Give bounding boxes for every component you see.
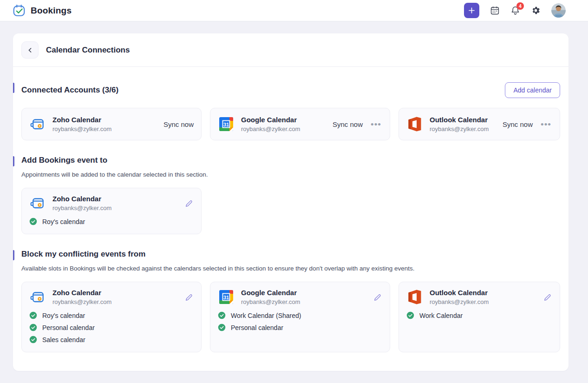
edit-button[interactable]: [542, 292, 552, 302]
account-email: roybanks@zylker.com: [430, 298, 489, 305]
calendar-item: Roy's calendar: [29, 218, 194, 225]
account-card-google: 31 Google Calendar roybanks@zylker.com S…: [210, 108, 390, 140]
edit-button[interactable]: [184, 198, 194, 208]
block-card-google: 31 Google Calendar roybanks@zylker.com: [210, 282, 390, 352]
add-event-description: Appointments will be added to the calend…: [21, 171, 560, 178]
account-email: roybanks@zylker.com: [52, 125, 111, 132]
calendar-name: Sales calendar: [42, 336, 85, 343]
zoho-calendar-icon: [29, 289, 46, 305]
outlook-calendar-icon: [406, 289, 423, 305]
edit-button[interactable]: [372, 292, 382, 302]
brand: Bookings: [12, 4, 72, 18]
provider-name: Google Calendar: [241, 289, 300, 297]
provider-name: Google Calendar: [241, 116, 300, 124]
calendar-nav-button[interactable]: [490, 6, 500, 15]
calendar-name: Work Calendar (Shared): [231, 312, 301, 319]
pencil-icon: [185, 199, 193, 207]
calendar-icon: [490, 6, 500, 15]
account-card-zoho: Zoho Calendar roybanks@zylker.com Sync n…: [21, 108, 202, 140]
sync-now-button[interactable]: Sync now: [503, 120, 533, 128]
ellipsis-icon: •••: [371, 119, 381, 129]
back-button[interactable]: [21, 41, 39, 59]
section-accent-bar: [13, 250, 14, 260]
more-options-button[interactable]: •••: [540, 120, 552, 129]
notifications-button[interactable]: 4: [510, 6, 520, 15]
check-circle-icon: [29, 324, 37, 331]
more-options-button[interactable]: •••: [370, 120, 382, 129]
check-circle-icon: [29, 218, 37, 225]
selected-calendars-list: Work Calendar (Shared) Personal calendar: [218, 311, 382, 331]
settings-button[interactable]: [531, 6, 541, 15]
bookings-logo-icon: [12, 4, 26, 18]
section-block-events-header: Block my conflicting events from: [21, 250, 560, 259]
google-calendar-icon: 31: [218, 289, 235, 305]
account-email: roybanks@zylker.com: [52, 205, 111, 211]
block-events-title: Block my conflicting events from: [21, 250, 145, 259]
account-info: Zoho Calendar roybanks@zylker.com: [52, 289, 111, 305]
calendar-item: Personal calendar: [218, 324, 382, 331]
add-event-cards: Zoho Calendar roybanks@zylker.com: [21, 188, 560, 234]
calendar-item: Personal calendar: [29, 324, 194, 331]
account-email: roybanks@zylker.com: [241, 125, 300, 132]
ellipsis-icon: •••: [541, 119, 551, 129]
chevron-left-icon: [27, 47, 33, 53]
provider-name: Zoho Calendar: [52, 195, 111, 203]
account-email: roybanks@zylker.com: [430, 125, 489, 132]
provider-name: Zoho Calendar: [52, 116, 111, 124]
calendar-connections-panel: Calendar Connections Connected Accounts …: [13, 33, 568, 371]
block-events-cards: Zoho Calendar roybanks@zylker.com: [21, 282, 560, 352]
account-email: roybanks@zylker.com: [52, 298, 111, 305]
connected-accounts-cards: Zoho Calendar roybanks@zylker.com Sync n…: [21, 108, 560, 140]
section-accent-bar: [13, 156, 14, 166]
provider-name: Zoho Calendar: [52, 289, 111, 297]
sync-now-button[interactable]: Sync now: [333, 120, 363, 128]
avatar[interactable]: [551, 3, 566, 18]
pencil-icon: [373, 293, 381, 301]
notification-badge: 4: [516, 2, 524, 10]
add-calendar-button[interactable]: Add calendar: [505, 82, 560, 98]
section-accent-bar: [13, 83, 14, 93]
account-info: Zoho Calendar roybanks@zylker.com: [52, 116, 111, 132]
account-info: Google Calendar roybanks@zylker.com: [241, 116, 300, 132]
calendar-name: Roy's calendar: [42, 218, 85, 225]
calendar-name: Personal calendar: [42, 324, 95, 331]
check-circle-icon: [406, 311, 414, 319]
account-email: roybanks@zylker.com: [241, 298, 300, 305]
block-card-outlook: Outlook Calendar roybanks@zylker.com: [399, 282, 560, 352]
pencil-icon: [543, 293, 551, 301]
check-circle-icon: [29, 311, 37, 319]
provider-name: Outlook Calendar: [430, 116, 489, 124]
provider-name: Outlook Calendar: [430, 289, 489, 297]
calendar-name: Roy's calendar: [42, 312, 85, 319]
gear-icon: [531, 6, 541, 15]
calendar-item: Work Calendar: [406, 311, 552, 319]
top-navigation-bar: Bookings: [0, 0, 588, 21]
svg-text:31: 31: [223, 295, 229, 300]
add-event-title: Add Bookings event to: [21, 156, 107, 165]
calendar-name: Personal calendar: [231, 324, 283, 331]
account-info: Outlook Calendar roybanks@zylker.com: [430, 289, 489, 305]
zoho-calendar-icon: [29, 116, 46, 132]
account-info: Outlook Calendar roybanks@zylker.com: [430, 116, 489, 132]
panel-header: Calendar Connections: [13, 33, 568, 67]
app-title: Bookings: [31, 6, 72, 16]
edit-button[interactable]: [184, 292, 194, 302]
block-events-description: Available slots in Bookings will be chec…: [21, 265, 560, 272]
selected-calendars-list: Roy's calendar Personal calendar Sales c…: [29, 311, 194, 343]
account-info: Zoho Calendar roybanks@zylker.com: [52, 195, 111, 211]
page-title: Calendar Connections: [46, 46, 130, 55]
calendar-item: Roy's calendar: [29, 311, 194, 319]
block-card-zoho: Zoho Calendar roybanks@zylker.com: [21, 282, 202, 352]
zoho-calendar-icon: [29, 195, 46, 211]
calendar-item: Work Calendar (Shared): [218, 311, 382, 319]
check-circle-icon: [218, 311, 226, 319]
account-card-outlook: Outlook Calendar roybanks@zylker.com Syn…: [399, 108, 560, 140]
sync-now-button[interactable]: Sync now: [163, 120, 194, 128]
create-button[interactable]: [464, 3, 479, 18]
account-info: Google Calendar roybanks@zylker.com: [241, 289, 300, 305]
svg-text:31: 31: [223, 122, 229, 127]
outlook-calendar-icon: [406, 116, 423, 132]
selected-calendars-list: Roy's calendar: [29, 218, 194, 225]
plus-icon: [468, 7, 475, 14]
pencil-icon: [185, 293, 193, 301]
